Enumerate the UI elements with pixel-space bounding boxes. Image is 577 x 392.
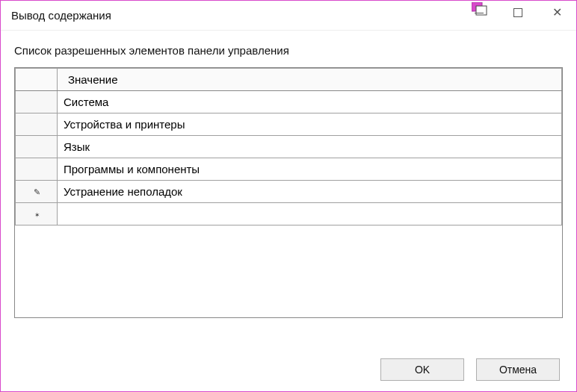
value-cell[interactable]	[58, 203, 562, 225]
maximize-button[interactable]	[499, 1, 537, 25]
column-header-value[interactable]: Значение	[58, 69, 562, 91]
value-input[interactable]	[58, 181, 561, 202]
table-row[interactable]: Язык	[16, 136, 562, 158]
row-marker[interactable]	[16, 203, 58, 225]
close-button[interactable]: ✕	[537, 1, 576, 25]
table-row[interactable]	[16, 181, 562, 203]
values-grid[interactable]: Значение СистемаУстройства и принтерыЯзы…	[14, 67, 563, 318]
svg-rect-2	[514, 9, 522, 17]
window-title: Вывод содержания	[1, 9, 111, 22]
table-row[interactable]: Программы и компоненты	[16, 158, 562, 181]
value-cell-editing[interactable]	[58, 181, 562, 203]
new-row-indicator-icon	[34, 209, 40, 220]
table-row[interactable]	[16, 203, 562, 225]
ok-button[interactable]: OK	[380, 358, 464, 381]
edit-indicator-icon	[34, 187, 40, 197]
values-table: Значение СистемаУстройства и принтерыЯзы…	[15, 68, 562, 225]
value-cell[interactable]: Система	[58, 91, 562, 113]
row-marker[interactable]	[16, 91, 58, 113]
row-marker[interactable]	[16, 158, 58, 181]
cancel-button[interactable]: Отмена	[476, 358, 560, 381]
content-area: Список разрешенных элементов панели упра…	[1, 31, 576, 348]
table-header-row: Значение	[16, 69, 562, 91]
minimize-button[interactable]	[460, 1, 499, 25]
title-bar: Вывод содержания ✕	[1, 1, 576, 31]
row-selector-header[interactable]	[16, 69, 58, 91]
dialog-window: Вывод содержания ✕ Список разрешенных эл…	[0, 0, 577, 392]
table-row[interactable]: Система	[16, 91, 562, 113]
row-marker[interactable]	[16, 136, 58, 158]
value-cell[interactable]: Устройства и принтеры	[58, 113, 562, 136]
table-row[interactable]: Устройства и принтеры	[16, 113, 562, 136]
row-marker[interactable]	[16, 113, 58, 136]
window-controls: ✕	[460, 1, 576, 25]
dialog-button-row: OK Отмена	[1, 348, 576, 391]
value-cell[interactable]: Программы и компоненты	[58, 158, 562, 181]
value-cell[interactable]: Язык	[58, 136, 562, 158]
list-description-label: Список разрешенных элементов панели упра…	[14, 44, 563, 57]
row-marker[interactable]	[16, 181, 58, 203]
